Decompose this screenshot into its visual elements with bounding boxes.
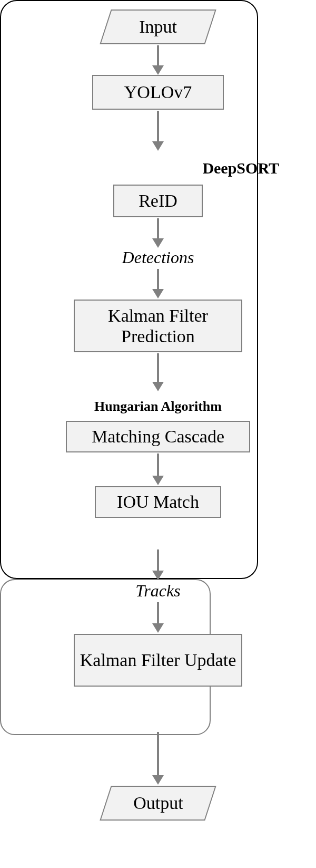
tracks-label: Tracks <box>105 581 211 601</box>
yolo-node: YOLOv7 <box>92 75 224 110</box>
kalman-update-label: Kalman Filter Update <box>80 650 236 670</box>
reid-label: ReID <box>139 190 177 211</box>
tracking-pipeline-diagram: Input YOLOv7 DeepSORT ReID Detections Ka… <box>0 0 316 868</box>
kalman-predict-node: Kalman Filter Prediction <box>74 300 242 352</box>
output-label: Output <box>133 793 183 813</box>
kalman-update-node: Kalman Filter Update <box>74 634 242 687</box>
yolo-label: YOLOv7 <box>124 82 192 102</box>
iou-match-node: IOU Match <box>95 486 221 518</box>
input-node: Input <box>100 9 216 44</box>
output-node: Output <box>100 786 216 821</box>
matching-cascade-label: Matching Cascade <box>92 426 224 447</box>
reid-node: ReID <box>113 185 203 217</box>
detections-label: Detections <box>105 248 211 267</box>
deepsort-title: DeepSORT <box>158 159 279 177</box>
input-label: Input <box>139 16 177 37</box>
iou-match-label: IOU Match <box>117 491 199 512</box>
kalman-predict-label: Kalman Filter Prediction <box>75 305 241 346</box>
matching-cascade-node: Matching Cascade <box>66 421 250 452</box>
hungarian-title: Hungarian Algorithm <box>68 399 248 414</box>
